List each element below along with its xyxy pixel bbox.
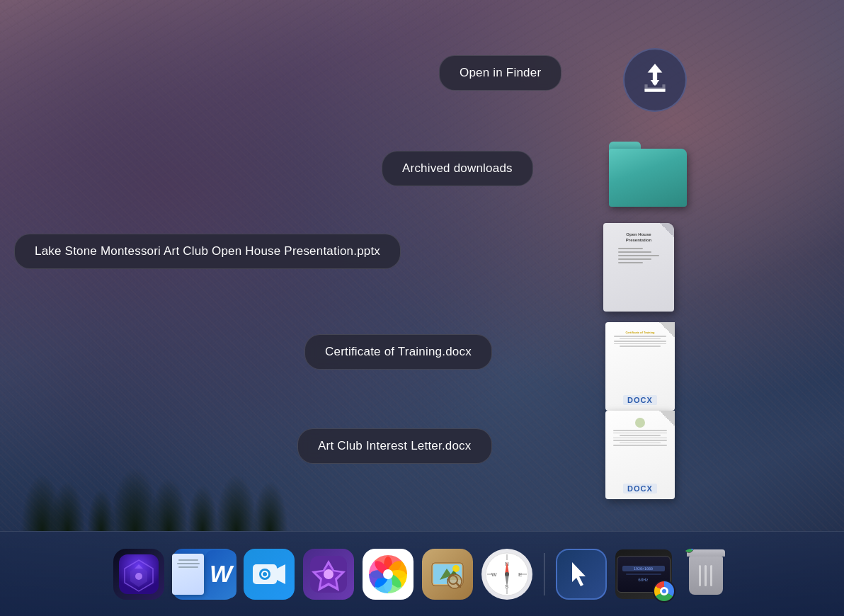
dock-item-zoom[interactable] xyxy=(244,549,295,600)
pptx-file-icon[interactable]: Open HousePresentation xyxy=(603,223,681,315)
dock-item-photos[interactable] xyxy=(363,549,414,600)
dock-separator xyxy=(544,553,544,595)
docx-paper-2: DOCX xyxy=(605,411,675,499)
docx-paper-1: Certificate of Training DOCX xyxy=(605,322,675,411)
trash-icon[interactable] xyxy=(680,549,731,600)
dock-item-photobooth[interactable] xyxy=(113,549,164,600)
svg-point-28 xyxy=(452,565,460,572)
pixelmator-logo xyxy=(119,554,159,594)
dock-item-resolution[interactable]: 1920×1080 60Hz xyxy=(615,549,672,599)
folder-body xyxy=(609,149,687,209)
open-in-finder-label[interactable]: Open in Finder xyxy=(439,55,561,91)
pptx-paper: Open HousePresentation xyxy=(603,223,674,312)
word-doc-preview xyxy=(172,554,204,595)
word-icon[interactable]: W xyxy=(173,549,235,600)
pptx-preview-lines xyxy=(618,248,660,266)
safari-icon[interactable]: N S E W xyxy=(481,549,532,600)
image-capture-svg xyxy=(429,556,466,593)
dock-item-word[interactable]: W xyxy=(173,549,235,600)
pptx-line-2 xyxy=(618,251,651,253)
archived-downloads-folder-icon[interactable] xyxy=(609,142,687,209)
bbedit-icon[interactable] xyxy=(303,549,354,600)
docx2-line-7 xyxy=(613,445,667,446)
dock-item-safari[interactable]: N S E W xyxy=(481,549,532,600)
trash-line-2 xyxy=(705,565,707,586)
photos-pinwheel xyxy=(369,555,407,593)
safari-compass-svg: N S E W xyxy=(484,552,530,597)
artclub-docx-icon[interactable]: DOCX xyxy=(605,411,683,506)
pptx-file-label[interactable]: Lake Stone Montessori Art Club Open Hous… xyxy=(14,234,401,269)
trash-icon-inner xyxy=(685,549,727,599)
popup-container: Open in Finder Archived downloads Lake S… xyxy=(0,0,844,531)
artclub-file-label[interactable]: Art Club Interest Letter.docx xyxy=(297,428,492,464)
docx2-line-2 xyxy=(613,433,667,434)
dock-item-image-capture[interactable] xyxy=(422,549,473,600)
word-w-container: W xyxy=(205,550,236,598)
docx-badge-1: DOCX xyxy=(623,395,657,405)
image-capture-icon[interactable] xyxy=(422,549,473,600)
trash-body xyxy=(689,557,723,595)
svg-point-22 xyxy=(383,569,393,579)
docx2-line-5 xyxy=(613,440,667,441)
photobooth-icon[interactable] xyxy=(113,549,164,600)
svg-marker-44 xyxy=(572,562,586,586)
resolution-icon[interactable]: 1920×1080 60Hz xyxy=(615,549,672,599)
docx2-seal xyxy=(635,418,645,428)
word-w-letter: W xyxy=(210,560,232,588)
certificate-file-label[interactable]: Certificate of Training.docx xyxy=(304,334,492,370)
docx-line-4 xyxy=(614,343,666,345)
zoom-icon[interactable] xyxy=(244,549,295,600)
svg-point-12 xyxy=(324,569,333,579)
certificate-docx-icon[interactable]: Certificate of Training DOCX xyxy=(605,322,683,418)
dock-item-cursor[interactable] xyxy=(556,549,607,600)
chrome-center xyxy=(660,587,668,595)
docx-line-2 xyxy=(620,338,660,340)
dock-item-bbedit[interactable] xyxy=(303,549,354,600)
archived-downloads-label[interactable]: Archived downloads xyxy=(382,151,533,186)
photos-icon[interactable] xyxy=(363,549,414,600)
docx2-line-4 xyxy=(613,438,667,439)
docx2-content xyxy=(610,418,670,447)
docx-cert-header: Certificate of Training xyxy=(611,331,669,334)
bbedit-svg xyxy=(310,556,347,593)
pptx-line-4 xyxy=(618,258,651,260)
svg-text:W: W xyxy=(491,571,497,578)
docx-line-1 xyxy=(614,336,666,337)
docx2-line-3 xyxy=(620,435,661,436)
dock: W xyxy=(0,531,844,616)
svg-point-8 xyxy=(263,572,267,576)
svg-text:E: E xyxy=(518,571,523,578)
pptx-line-1 xyxy=(618,248,643,249)
docx-content-preview-1: Certificate of Training xyxy=(611,331,669,348)
chrome-overlay-icon xyxy=(653,580,675,603)
cursor-arrow-svg xyxy=(566,559,596,589)
trash-line-3 xyxy=(710,565,712,586)
pptx-line-3 xyxy=(618,255,660,256)
cursor-icon[interactable] xyxy=(556,549,607,600)
svg-point-43 xyxy=(505,572,509,576)
share-arrow-icon xyxy=(637,62,673,98)
zoom-camera-svg xyxy=(251,559,287,590)
trash-line-1 xyxy=(699,565,701,586)
docx2-line-6 xyxy=(620,443,661,444)
docx-badge-2: DOCX xyxy=(623,484,657,494)
open-in-finder-button[interactable] xyxy=(623,48,687,112)
svg-marker-5 xyxy=(277,564,285,584)
pptx-line-5 xyxy=(618,262,643,263)
docx-line-3 xyxy=(614,341,666,342)
trash-lines xyxy=(699,565,712,586)
svg-point-3 xyxy=(135,573,142,580)
docx2-line-1 xyxy=(613,430,667,431)
pptx-preview-title: Open HousePresentation xyxy=(626,232,651,244)
docx-line-5 xyxy=(620,346,660,347)
dock-item-trash[interactable] xyxy=(680,549,731,600)
